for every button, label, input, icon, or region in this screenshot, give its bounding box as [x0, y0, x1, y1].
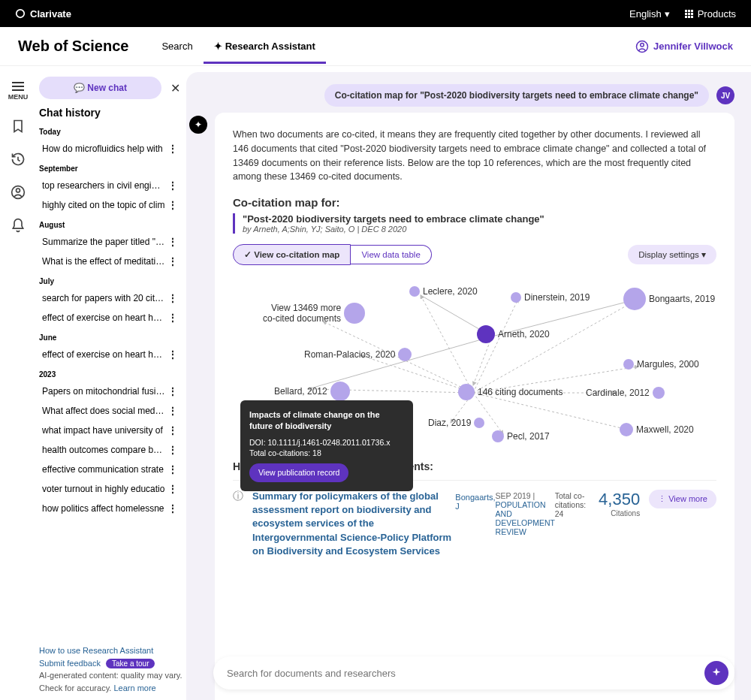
co-citation-title: Co-citation map for:	[233, 196, 716, 209]
history-item-menu[interactable]: ⋮	[165, 406, 180, 416]
history-date-group: Today	[39, 128, 183, 136]
history-item[interactable]: health outcomes compare befo⋮	[39, 440, 183, 460]
history-item[interactable]: effect of exercise on heart healt⋮	[39, 308, 183, 327]
left-rail: MENU	[0, 66, 36, 700]
ai-badge-icon: ✦	[189, 116, 207, 134]
history-item-menu[interactable]: ⋮	[165, 180, 180, 191]
svg-line-7	[473, 299, 518, 393]
graph-node[interactable]: Dinerstein, 2019	[511, 292, 590, 303]
graph-node[interactable]: Pecl, 2017	[492, 430, 550, 442]
history-item[interactable]: How do microfluidics help with⋮	[39, 139, 183, 158]
chat-sidebar: 💬 New chat ✕ Chat history TodayHow do mi…	[36, 66, 186, 700]
paper-meta: by Arneth, A;Shin, YJ; Saito, O | DEC 8 …	[243, 225, 716, 234]
app-header: Web of Science Search ✦Research Assistan…	[0, 27, 751, 66]
close-sidebar-button[interactable]: ✕	[167, 81, 183, 95]
tab-search[interactable]: Search	[151, 29, 203, 64]
bookmark-icon[interactable]	[11, 119, 26, 134]
history-item-menu[interactable]: ⋮	[165, 445, 180, 455]
display-settings-button[interactable]: Display settings ▾	[628, 245, 716, 264]
view-co-citation-map-button[interactable]: ✓ View co-citation map	[233, 244, 351, 265]
menu-button[interactable]: MENU	[8, 81, 29, 101]
history-item[interactable]: What is the effect of meditation⋮	[39, 252, 183, 271]
user-menu[interactable]: Jennifer Villwock	[635, 40, 733, 53]
wos-logo: Web of Science	[18, 38, 128, 55]
history-item-menu[interactable]: ⋮	[165, 425, 180, 436]
search-bar[interactable]	[213, 656, 734, 689]
history-item-label: Summarize the paper titled "Fo	[42, 237, 165, 247]
history-item[interactable]: what impact have university of⋮	[39, 421, 183, 440]
history-item-label: effect of exercise on heart healt	[42, 312, 165, 323]
graph-node[interactable]: Maxwell, 2020	[620, 423, 694, 436]
graph-citing-documents[interactable]: 146 citing documents	[458, 384, 562, 400]
history-item[interactable]: top researchers in civil engineer⋮	[39, 176, 183, 195]
language-selector[interactable]: English ▾	[629, 8, 670, 20]
history-item-menu[interactable]: ⋮	[165, 312, 180, 323]
history-date-group: June	[39, 333, 183, 342]
history-item[interactable]: effect of exercise on heart healt⋮	[39, 345, 183, 364]
history-item-label: How do microfluidics help with	[42, 143, 165, 154]
graph-node[interactable]: Roman-Palacios, 2020	[304, 348, 412, 361]
tab-research-assistant[interactable]: ✦Research Assistant	[204, 29, 326, 64]
history-item-menu[interactable]: ⋮	[165, 293, 180, 303]
clarivate-topbar: Clarivate English ▾ Products	[0, 0, 751, 27]
history-item-menu[interactable]: ⋮	[165, 237, 180, 247]
node-tooltip: Impacts of climate change on the future …	[240, 400, 413, 491]
history-item-label: how politics affect homelessne	[42, 503, 165, 514]
history-date-group: August	[39, 221, 183, 229]
history-date-group: 2023	[39, 370, 183, 379]
graph-node[interactable]: Leclere, 2020	[409, 286, 478, 297]
new-chat-button[interactable]: 💬 New chat	[39, 77, 161, 99]
graph-node[interactable]: Bongaarts, 2019	[623, 288, 715, 310]
history-item-menu[interactable]: ⋮	[165, 503, 180, 514]
history-item[interactable]: voter turnout in highly educatio⋮	[39, 479, 183, 499]
learn-more-link[interactable]: Learn more	[113, 683, 155, 692]
response-card: When two documents are co-cited, it mean…	[215, 113, 734, 700]
history-item-menu[interactable]: ⋮	[165, 256, 180, 267]
graph-node[interactable]: Cardinale, 2012	[586, 387, 665, 399]
graph-node[interactable]: Diaz, 2019	[428, 418, 484, 428]
svg-point-4	[17, 189, 20, 192]
history-item-label: what impact have university of	[42, 425, 165, 436]
search-input[interactable]	[227, 668, 704, 679]
history-item[interactable]: effective communication strate⋮	[39, 460, 183, 479]
profile-icon[interactable]	[11, 185, 26, 200]
history-item-menu[interactable]: ⋮	[165, 200, 180, 210]
graph-node[interactable]: Bellard, 2012	[274, 382, 350, 401]
products-menu[interactable]: Products	[685, 8, 736, 20]
chevron-down-icon: ▾	[665, 8, 670, 20]
take-tour-button[interactable]: Take a tour	[106, 659, 155, 668]
history-item[interactable]: Summarize the paper titled "Fo⋮	[39, 232, 183, 252]
history-item-menu[interactable]: ⋮	[165, 143, 180, 154]
history-item[interactable]: how politics affect homelessne⋮	[39, 499, 183, 518]
feedback-link[interactable]: Submit feedback	[39, 659, 101, 668]
view-publication-record-button[interactable]: View publication record	[249, 463, 348, 482]
history-item-menu[interactable]: ⋮	[165, 464, 180, 475]
history-item[interactable]: highly cited on the topic of clim⋮	[39, 195, 183, 215]
graph-more-documents[interactable]: View 13469 moreco-cited documents	[263, 303, 365, 324]
history-item-menu[interactable]: ⋮	[165, 386, 180, 397]
paper-title: "Post-2020 biodiversity targets need to …	[243, 213, 716, 225]
view-data-table-button[interactable]: View data table	[351, 245, 431, 264]
help-link[interactable]: How to use Research Assistant	[39, 646, 153, 655]
svg-line-16	[473, 336, 492, 385]
history-item-label: effective communication strate	[42, 464, 165, 475]
history-item-menu[interactable]: ⋮	[165, 349, 180, 360]
chat-history-title: Chat history	[39, 107, 183, 119]
history-item[interactable]: What affect does social mediati⋮	[39, 401, 183, 421]
search-submit-button[interactable]	[704, 661, 728, 685]
history-item-label: effect of exercise on heart healt	[42, 349, 165, 360]
view-more-button[interactable]: ⋮ View more	[649, 490, 716, 508]
sidebar-footer: How to use Research Assistant Submit fee…	[39, 644, 183, 694]
graph-node[interactable]: Margules, 2000	[623, 359, 699, 370]
intro-text: When two documents are co-cited, it mean…	[233, 128, 716, 184]
grid-icon	[685, 10, 693, 18]
user-avatar: JV	[716, 86, 734, 104]
history-item-label: health outcomes compare befo	[42, 445, 165, 455]
co-citation-graph[interactable]: View 13469 moreco-cited documents Lecler…	[233, 273, 716, 453]
history-icon[interactable]	[11, 152, 26, 167]
bell-icon[interactable]	[11, 218, 26, 233]
graph-node-center[interactable]: Arneth, 2020	[477, 325, 550, 343]
history-item[interactable]: search for papers with 20 citatio⋮	[39, 288, 183, 308]
history-item-menu[interactable]: ⋮	[165, 484, 180, 494]
history-item[interactable]: Papers on mitochondrial fusion⋮	[39, 382, 183, 401]
